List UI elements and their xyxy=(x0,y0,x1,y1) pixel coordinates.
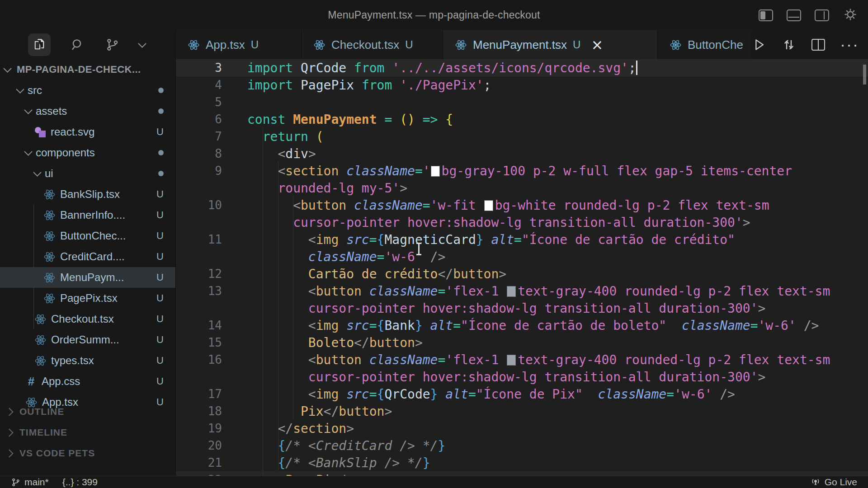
code-text: cursor-pointer hover:shadow-lg transitio… xyxy=(247,215,750,230)
code-text: import PagePix from './PagePix'; xyxy=(247,78,491,93)
tree-item-types-tsx[interactable]: types.tsxU xyxy=(0,350,175,371)
tree-item-menupaym-[interactable]: MenuPaym...U xyxy=(0,267,175,288)
toggle-panel-icon[interactable] xyxy=(787,9,801,21)
tree-item-buttonchec-[interactable]: ButtonChec...U xyxy=(0,225,175,246)
more-icon[interactable]: ··· xyxy=(840,41,859,49)
activity-bar xyxy=(0,30,175,59)
search-icon[interactable] xyxy=(71,38,85,52)
line-number: 6 xyxy=(176,113,222,126)
section-outline[interactable]: OUTLINE xyxy=(0,401,175,422)
code-line-wrap[interactable]: cursor-pointer hover:shadow-lg transitio… xyxy=(176,300,868,317)
tab-checkout-tsx[interactable]: Checkout.tsxU xyxy=(302,30,443,59)
untracked-badge: U xyxy=(156,292,164,304)
tree-item-label: BannerInfo.... xyxy=(60,209,125,221)
compare-changes-icon[interactable] xyxy=(781,37,797,52)
tree-item-bankslip-tsx[interactable]: BankSlip.tsxU xyxy=(0,184,175,205)
code-line-10[interactable]: 10 <button className='w-fit bg-white rou… xyxy=(176,197,868,214)
source-control-icon[interactable] xyxy=(105,38,119,52)
code-line-wrap[interactable]: cursor-pointer hover:shadow-lg transitio… xyxy=(176,368,868,385)
tree-item-react-svg[interactable]: react.svgU xyxy=(0,122,175,142)
chevron-right-icon xyxy=(5,408,13,416)
code-line-4[interactable]: 4import PagePix from './PagePix'; xyxy=(176,76,868,94)
color-swatch-white xyxy=(431,166,440,177)
code-line-20[interactable]: 20 {/* <CreditCard /> */} xyxy=(176,437,868,454)
code-line-8[interactable]: 8 <div> xyxy=(176,145,868,162)
code-line-13[interactable]: 13 <button className='flex-1 text-gray-4… xyxy=(176,282,868,300)
tree-item-creditcard-[interactable]: CreditCard....U xyxy=(0,246,175,267)
settings-gear-icon[interactable] xyxy=(843,7,858,24)
code-line-wrap[interactable]: className='w-6' /> xyxy=(176,248,868,265)
window-title: MenuPayment.tsx — mp-pagina-de-checkout xyxy=(328,9,540,21)
more-views-chevron-icon[interactable] xyxy=(139,42,145,48)
file-tree: srcassetsreact.svgUcomponentsuiBankSlip.… xyxy=(0,80,175,413)
react-file-icon xyxy=(313,39,326,51)
code-line-14[interactable]: 14 <img src={Bank} alt="Ícone de cartão … xyxy=(176,317,868,334)
code-text: </section> xyxy=(247,421,354,436)
code-line-3[interactable]: 3import QrCode from '../../assets/icons/… xyxy=(176,59,868,76)
untracked-badge: U xyxy=(156,126,164,138)
tab-buttonche[interactable]: ButtonChe xyxy=(658,30,751,59)
close-icon[interactable]: × xyxy=(591,38,603,52)
section-timeline[interactable]: TIMELINE xyxy=(0,422,175,443)
code-text: Boleto</button> xyxy=(247,335,423,350)
code-line-12[interactable]: 12 Cartão de crédito</button> xyxy=(176,265,868,282)
react-file-icon xyxy=(34,355,47,367)
go-live-label: Go Live xyxy=(825,477,857,488)
svg-file-icon xyxy=(34,126,46,138)
code-line-21[interactable]: 21 {/* <BankSlip /> */} xyxy=(176,454,868,471)
untracked-badge: U xyxy=(156,334,164,346)
tree-item-checkout-tsx[interactable]: Checkout.tsxU xyxy=(0,309,175,329)
code-editor[interactable]: 3import QrCode from '../../assets/icons/… xyxy=(176,59,868,476)
code-line-17[interactable]: 17 <img src={QrCode} alt="Ícone de Pix" … xyxy=(176,385,868,403)
tree-item-bannerinfo-[interactable]: BannerInfo....U xyxy=(0,205,175,225)
code-text: <PagePix/ > xyxy=(247,473,362,476)
untracked-badge: U xyxy=(156,209,164,221)
code-line-15[interactable]: 15 Boleto</button> xyxy=(176,334,868,351)
color-swatch-gray xyxy=(507,286,516,297)
tree-item-app-css[interactable]: #App.cssU xyxy=(0,371,175,392)
title-bar: MenuPayment.tsx — mp-pagina-de-checkout xyxy=(0,0,868,30)
go-live-button[interactable]: Go Live xyxy=(811,477,857,488)
toggle-secondary-sidebar-icon[interactable] xyxy=(815,9,829,21)
code-line-5[interactable]: 5 xyxy=(176,94,868,111)
tree-item-pagepix-tsx[interactable]: PagePix.tsxU xyxy=(0,288,175,309)
run-icon[interactable] xyxy=(751,37,766,52)
code-line-22[interactable]: 22 <PagePix/ > xyxy=(176,471,868,476)
react-file-icon xyxy=(34,334,47,346)
code-text: <img src={Bank} alt="Ícone de cartão de … xyxy=(247,318,819,333)
code-line-16[interactable]: 16 <button className='flex-1 text-gray-4… xyxy=(176,351,868,368)
explorer-root-folder[interactable]: MP-PAGINA-DE-CHECK... xyxy=(0,59,175,80)
code-text: import QrCode from '../../assets/icons/q… xyxy=(247,61,637,75)
stats-status-item[interactable]: {..} : 399 xyxy=(62,477,98,488)
code-text: <button className='w-fit bg-white rounde… xyxy=(247,198,769,213)
indent-guide xyxy=(263,127,263,476)
code-line-wrap[interactable]: rounded-lg my-5'> xyxy=(176,179,868,197)
code-line-wrap[interactable]: cursor-pointer hover:shadow-lg transitio… xyxy=(176,214,868,231)
section-vs-code-pets[interactable]: VS CODE PETS xyxy=(0,443,175,464)
code-line-7[interactable]: 7 return ( xyxy=(176,128,868,145)
code-line-6[interactable]: 6const MenuPayment = () => { xyxy=(176,111,868,128)
tab-modified-badge: U xyxy=(405,38,413,51)
untracked-badge: U xyxy=(156,230,164,242)
scrollbar-thumb[interactable] xyxy=(863,65,866,84)
code-text: <img src={MagneticCard} alt="Ícone de ca… xyxy=(247,232,735,247)
toggle-sidebar-icon[interactable] xyxy=(759,9,773,21)
line-number: 5 xyxy=(176,95,222,109)
tree-item-label: MenuPaym... xyxy=(60,271,124,284)
tree-item-assets[interactable]: assets xyxy=(0,101,175,122)
code-line-19[interactable]: 19 </section> xyxy=(176,420,868,437)
tree-item-src[interactable]: src xyxy=(0,80,175,101)
code-text: cursor-pointer hover:shadow-lg transitio… xyxy=(247,301,765,316)
explorer-icon[interactable] xyxy=(28,33,51,56)
tree-item-ui[interactable]: ui xyxy=(0,163,175,184)
tree-item-components[interactable]: components xyxy=(0,142,175,163)
split-editor-icon[interactable] xyxy=(811,39,825,51)
git-branch-status[interactable]: main* xyxy=(11,477,49,488)
tab-app-tsx[interactable]: App.tsxU xyxy=(176,30,302,59)
code-line-18[interactable]: 18 Pix</button> xyxy=(176,403,868,420)
code-line-11[interactable]: 11 <img src={MagneticCard} alt="Ícone de… xyxy=(176,231,868,248)
code-line-9[interactable]: 9 <section className='bg-gray-100 p-2 w-… xyxy=(176,162,868,179)
tree-item-ordersumm-[interactable]: OrderSumm...U xyxy=(0,329,175,350)
tab-menupayment-tsx[interactable]: MenuPayment.tsxU× xyxy=(443,30,658,59)
stats-text: {..} : 399 xyxy=(62,477,98,488)
